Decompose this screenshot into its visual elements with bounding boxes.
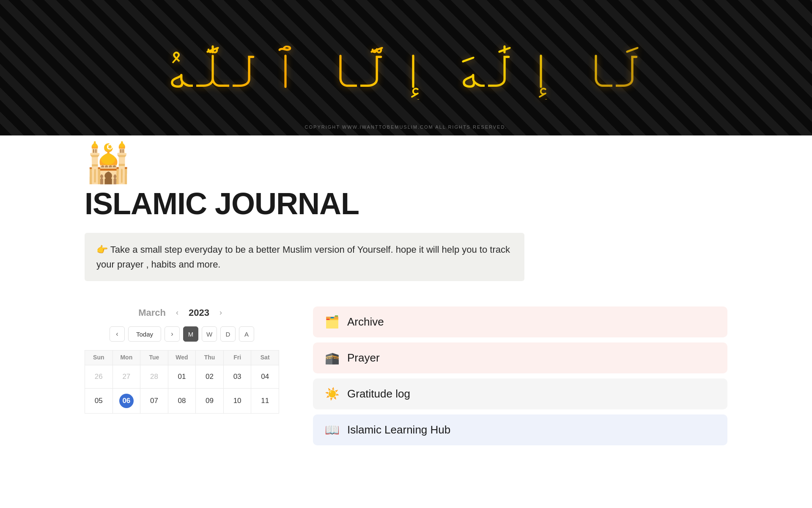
cal-next-arrow[interactable]: › xyxy=(216,306,225,319)
calendar-nav: March ‹ 2023 › xyxy=(85,306,279,319)
calendar-week-2: 05060708091011 xyxy=(85,389,279,414)
cal-cell-10[interactable]: 10 xyxy=(223,389,251,414)
cal-header-fri: Fri xyxy=(223,351,251,365)
calendar-header-row: Sun Mon Tue Wed Thu Fri Sat xyxy=(85,351,279,365)
archive-label: Archive xyxy=(347,315,384,329)
gratitude-label: Gratitude log xyxy=(347,387,410,400)
subtitle-box: 👉 Take a small step everyday to be a bet… xyxy=(85,233,524,281)
calendar-week-1: 26272801020304 xyxy=(85,365,279,389)
cal-cell-08[interactable]: 08 xyxy=(168,389,196,414)
cal-nav-prev-btn[interactable]: ‹ xyxy=(110,326,125,342)
cal-today-btn[interactable]: Today xyxy=(128,326,161,342)
calligraphy-text: لَا إِلَٰهَ إِلَّا ٱللَّٰهُ xyxy=(160,36,652,99)
hero-banner: لَا إِلَٰهَ إِلَّا ٱللَّٰهُ COPYRIGHT WW… xyxy=(0,0,812,135)
cal-view-week-btn[interactable]: W xyxy=(202,326,217,342)
learning-icon: 📖 xyxy=(325,423,340,437)
calendar-grid: Sun Mon Tue Wed Thu Fri Sat 262728010203… xyxy=(85,350,279,414)
cal-cell-09[interactable]: 09 xyxy=(196,389,224,414)
copyright-text: COPYRIGHT WWW.IWANTTOBEMUSLIM.COM ALL RI… xyxy=(305,124,508,130)
cal-cell-04[interactable]: 04 xyxy=(251,365,279,389)
cal-cell-28[interactable]: 28 xyxy=(140,365,168,389)
learning-label: Islamic Learning Hub xyxy=(347,423,450,436)
menu-item-gratitude[interactable]: ☀️Gratitude log xyxy=(313,378,727,409)
gratitude-icon: ☀️ xyxy=(325,387,340,401)
cal-cell-27[interactable]: 27 xyxy=(112,365,140,389)
cal-cell-07[interactable]: 07 xyxy=(140,389,168,414)
cal-nav-next-btn[interactable]: › xyxy=(165,326,180,342)
two-column-layout: March ‹ 2023 › ‹ Today › M W D A Sun xyxy=(85,306,727,450)
cal-cell-11[interactable]: 11 xyxy=(251,389,279,414)
cal-cell-03[interactable]: 03 xyxy=(223,365,251,389)
cal-header-wed: Wed xyxy=(168,351,196,365)
cal-view-day-btn[interactable]: D xyxy=(220,326,236,342)
menu-item-learning[interactable]: 📖Islamic Learning Hub xyxy=(313,414,727,445)
menu-item-archive[interactable]: 🗂️Archive xyxy=(313,306,727,337)
cal-cell-02[interactable]: 02 xyxy=(196,365,224,389)
mosque-icon: 🕌 xyxy=(0,135,812,182)
cal-cell-06[interactable]: 06 xyxy=(112,389,140,414)
prayer-icon: 🕋 xyxy=(325,351,340,365)
page-title: ISLAMIC JOURNAL xyxy=(85,186,727,221)
cal-prev-arrow[interactable]: ‹ xyxy=(173,306,182,319)
cal-view-month-btn[interactable]: M xyxy=(183,326,198,342)
cal-cell-01[interactable]: 01 xyxy=(168,365,196,389)
view-switcher: ‹ Today › M W D A xyxy=(85,326,279,342)
calendar-month: March xyxy=(138,307,166,318)
prayer-label: Prayer xyxy=(347,351,380,364)
subtitle-text: 👉 Take a small step everyday to be a bet… xyxy=(96,242,513,272)
menu-section: 🗂️Archive🕋Prayer☀️Gratitude log📖Islamic … xyxy=(313,306,727,450)
cal-header-sun: Sun xyxy=(85,351,113,365)
cal-view-agenda-btn[interactable]: A xyxy=(239,326,254,342)
calendar-section: March ‹ 2023 › ‹ Today › M W D A Sun xyxy=(85,306,279,414)
calendar-year: 2023 xyxy=(189,307,209,318)
cal-header-thu: Thu xyxy=(196,351,224,365)
archive-icon: 🗂️ xyxy=(325,315,340,329)
main-content: ISLAMIC JOURNAL 👉 Take a small step ever… xyxy=(0,182,812,476)
cal-header-mon: Mon xyxy=(112,351,140,365)
cal-cell-05[interactable]: 05 xyxy=(85,389,113,414)
cal-header-tue: Tue xyxy=(140,351,168,365)
menu-item-prayer[interactable]: 🕋Prayer xyxy=(313,342,727,373)
cal-header-sat: Sat xyxy=(251,351,279,365)
cal-cell-26[interactable]: 26 xyxy=(85,365,113,389)
